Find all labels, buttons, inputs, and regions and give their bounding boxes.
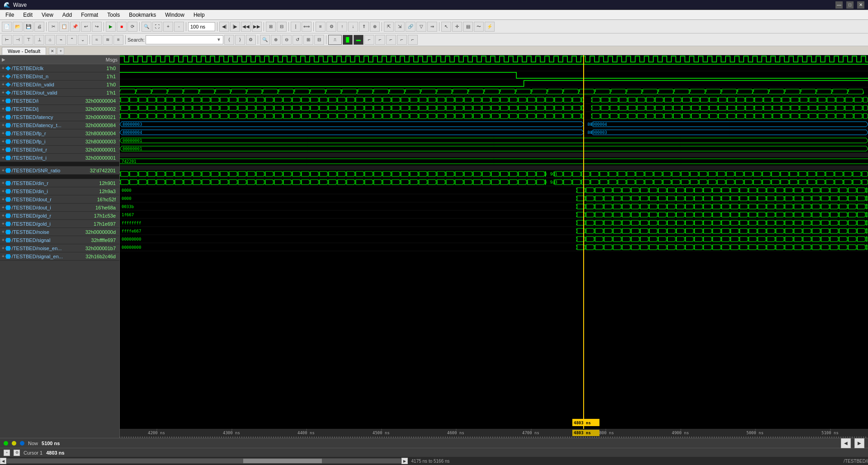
signal-row[interactable]: +/TESTBED/noise_en...32h000001b7 <box>0 244 119 252</box>
search-next-btn[interactable]: ⟩ <box>235 35 245 45</box>
signal-row[interactable]: +/TESTBED/latency_t...32h00000084 <box>0 121 119 129</box>
signal-row[interactable]: +/TESTBED/rst_n1'h1 <box>0 72 119 81</box>
signal-row[interactable]: +/TESTBED/signal32hffffe697 <box>0 236 119 244</box>
step-left-btn[interactable]: ◀| <box>219 22 229 32</box>
save-btn[interactable]: 💾 <box>24 22 33 32</box>
link-btn[interactable]: 🔗 <box>406 22 415 32</box>
signal-row[interactable]: +/TESTBED/dout_r16'hc52f <box>0 195 119 204</box>
wave-shape6-btn[interactable]: ⌐ <box>386 35 396 45</box>
paste-btn[interactable]: 📌 <box>70 22 80 32</box>
expand-btn[interactable]: + <box>2 98 5 103</box>
zoom-sel-btn[interactable]: ⊕ <box>370 22 380 32</box>
expand-btn[interactable]: + <box>2 147 5 152</box>
expand-btn[interactable]: + <box>2 155 5 160</box>
t2-btn5[interactable]: ⌂ <box>45 35 55 45</box>
scroll-left-nav-btn[interactable]: ◀ <box>0 458 6 464</box>
signal-row[interactable]: +/TESTBED/noise32h0000000d <box>0 228 119 236</box>
menu-window[interactable]: Window <box>161 11 188 19</box>
scroll-right-btn[interactable]: ▶▶ <box>252 22 262 32</box>
waveform-canvas[interactable] <box>120 55 868 438</box>
signal-list-btn[interactable]: ≡ <box>316 22 326 32</box>
close-button[interactable]: ✕ <box>857 1 864 9</box>
wave-shape5-btn[interactable]: ⌐ <box>375 35 385 45</box>
horizontal-scrollbar[interactable] <box>6 458 401 464</box>
t2-mode1[interactable]: ≈ <box>92 35 102 45</box>
signal-row[interactable]: +/TESTBED/i32h00000004 <box>0 97 119 105</box>
signal-row[interactable]: +/TESTBED/gold_i17h1e697 <box>0 220 119 228</box>
zoom-fit-btn[interactable]: 🔍 <box>260 35 270 45</box>
expand-btn[interactable]: + <box>2 180 5 185</box>
cursor-opt-btn[interactable]: ⚙ <box>14 450 20 456</box>
step-right-btn[interactable]: |▶ <box>230 22 240 32</box>
t2-btn7[interactable]: ⌃ <box>67 35 77 45</box>
t2-mode2[interactable]: ≋ <box>103 35 113 45</box>
expand-btn[interactable]: + <box>2 74 5 79</box>
expand-btn[interactable]: + <box>2 213 5 218</box>
zoom-sel2-btn[interactable]: ⊞ <box>303 35 313 45</box>
signal-row[interactable]: +/TESTBED/signal_en...32h16b2c46d <box>0 252 119 261</box>
search-dropdown-icon[interactable]: ▼ <box>217 37 221 42</box>
zoom-full-btn[interactable]: ⛶ <box>152 22 162 32</box>
measure-btn[interactable]: ⟺ <box>302 22 311 32</box>
expand-btn[interactable]: + <box>2 139 5 144</box>
t2-mode3[interactable]: ≡ <box>113 35 123 45</box>
expand-btn[interactable]: + <box>2 197 5 202</box>
filter-btn[interactable]: ▽ <box>416 22 426 32</box>
lock-btn[interactable]: ⇒ <box>427 22 437 32</box>
sim-start-btn[interactable]: ▶ <box>106 22 116 32</box>
wave-shape3-btn[interactable]: ▬ <box>354 35 363 45</box>
expand-btn[interactable]: + <box>2 66 5 71</box>
expand-btn[interactable]: + <box>2 246 5 251</box>
maximize-button[interactable]: □ <box>846 1 854 9</box>
t2-btn8[interactable]: ⌄ <box>78 35 88 45</box>
status-left-btn[interactable]: ◀ <box>841 438 851 448</box>
signal-row[interactable]: +/TESTBED/in_valid1'h0 <box>0 81 119 89</box>
undo-btn[interactable]: ↩ <box>81 22 91 32</box>
wave-zoom-btn[interactable]: ⊞ <box>266 22 276 32</box>
signal-row[interactable] <box>0 175 119 179</box>
zoom-out-btn[interactable]: - <box>174 22 184 32</box>
signal-row[interactable]: +/TESTBED/dout_i16'he68a <box>0 204 119 212</box>
expand-btn[interactable]: + <box>2 168 5 173</box>
signal-row[interactable] <box>0 162 119 166</box>
cut-btn[interactable]: ✂ <box>48 22 58 32</box>
open-btn[interactable]: 📂 <box>13 22 23 32</box>
search-opt-btn[interactable]: ⚙ <box>246 35 256 45</box>
t2-btn3[interactable]: ⊤ <box>24 35 33 45</box>
t2-btn1[interactable]: ⊢ <box>2 35 12 45</box>
signal-row[interactable]: +/TESTBED/din_i12h9a3 <box>0 187 119 195</box>
wave-shape7-btn[interactable]: ⌐ <box>397 35 407 45</box>
zoom-plus-btn[interactable]: ⊕ <box>271 35 281 45</box>
wave-sel-btn[interactable]: ▤ <box>463 22 473 32</box>
signal-row[interactable]: +/TESTBED/int_i32h00000001 <box>0 154 119 162</box>
cursor-zoom-btn[interactable]: + <box>4 450 10 456</box>
signal-row[interactable]: +/TESTBED/j32h00000002 <box>0 105 119 113</box>
signal-row[interactable]: +/TESTBED/SNR_ratio32'd742201 <box>0 166 119 175</box>
scroll-right-nav-btn[interactable]: ▶ <box>401 458 408 464</box>
extra-btn[interactable]: ⚡ <box>485 22 495 32</box>
expand-all-icon[interactable]: ▶ <box>2 57 5 62</box>
waveform-btn[interactable]: 〜 <box>474 22 484 32</box>
search-input[interactable] <box>148 37 216 43</box>
tab-close-btn[interactable]: ✕ <box>49 47 56 55</box>
status-right-btn[interactable]: ▶ <box>854 438 864 448</box>
t2-btn2[interactable]: ⊣ <box>13 35 23 45</box>
compare-btn[interactable]: ⇲ <box>395 22 405 32</box>
wave-shape4-btn[interactable]: ⌐ <box>364 35 374 45</box>
signal-row[interactable]: +/TESTBED/fp_i32h80000003 <box>0 138 119 146</box>
menu-file[interactable]: File <box>2 11 18 19</box>
zoom-in-btn[interactable]: + <box>163 22 173 32</box>
signal-row[interactable]: +/TESTBED/out_valid1'h1 <box>0 89 119 97</box>
menu-format[interactable]: Format <box>77 11 102 19</box>
signal-row[interactable]: +/TESTBED/clk1'h0 <box>0 64 119 72</box>
signal-row[interactable]: +/TESTBED/int_r32h00000001 <box>0 146 119 154</box>
expand-btn[interactable]: + <box>2 82 5 87</box>
sim-stop-btn[interactable]: ■ <box>117 22 127 32</box>
expand-btn[interactable]: + <box>2 205 5 210</box>
expand-btn[interactable]: + <box>2 131 5 136</box>
more-btn3[interactable]: ⇑ <box>359 22 369 32</box>
zoom-area-btn[interactable]: 🔍 <box>142 22 151 32</box>
signal-row[interactable]: +/TESTBED/latency32h00000021 <box>0 113 119 121</box>
expand-btn[interactable]: + <box>2 106 5 111</box>
zoom-minus-btn[interactable]: ⊖ <box>282 35 292 45</box>
